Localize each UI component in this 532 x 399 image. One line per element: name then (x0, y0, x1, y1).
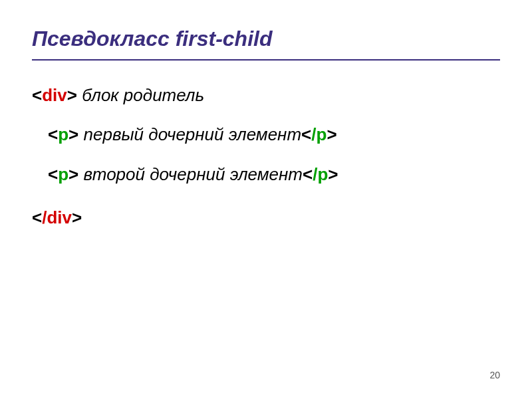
tag-p-close: p (317, 164, 328, 184)
angle-bracket-close: > (327, 124, 336, 144)
angle-bracket-open: < (32, 207, 42, 227)
angle-bracket-close: > (68, 124, 83, 144)
angle-bracket-close: > (328, 164, 338, 184)
slide-content: <div> блок родитель <p> первый дочерний … (32, 79, 500, 235)
angle-bracket-open: < (301, 124, 311, 144)
tag-div-open: div (42, 85, 67, 105)
angle-bracket-close: > (67, 85, 77, 105)
comment-second-child: второй дочерний элемент (84, 164, 303, 184)
tag-div-close: div (47, 207, 72, 227)
code-line-3: <p> второй дочерний элемент</p> (32, 158, 500, 191)
code-line-1: <div> блок родитель (32, 79, 500, 112)
tag-p-open: p (58, 124, 68, 144)
comment-first-child: первый дочерний элемент (84, 124, 302, 144)
tag-p-open: p (58, 164, 68, 184)
slide-container: Псевдокласс first-child <div> блок родит… (0, 0, 532, 399)
angle-bracket-open: < (303, 164, 313, 184)
angle-bracket-open: < (48, 164, 58, 184)
angle-bracket-open: < (32, 85, 42, 105)
angle-bracket-close: > (72, 207, 82, 227)
title-underline (32, 59, 500, 61)
code-line-2: <p> первый дочерний элемент</p> (32, 118, 500, 151)
tag-p-close: p (316, 124, 327, 144)
angle-bracket-open: < (48, 124, 58, 144)
angle-bracket-close: > (68, 164, 83, 184)
code-line-4: </div> (32, 201, 500, 234)
comment-parent: блок родитель (77, 85, 204, 105)
slide-title: Псевдокласс first-child (32, 27, 500, 51)
page-number: 20 (489, 370, 500, 380)
